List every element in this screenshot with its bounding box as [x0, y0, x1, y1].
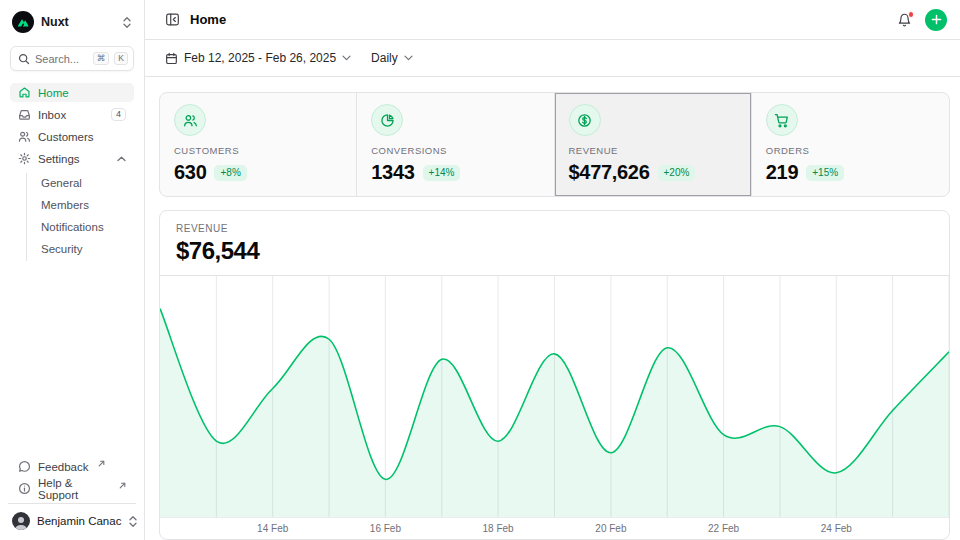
page-title: Home	[190, 12, 226, 27]
user-menu[interactable]: Benjamin Canac	[8, 503, 136, 534]
info-circle-icon	[18, 482, 31, 495]
chart-pie-icon	[380, 113, 395, 128]
users-icon	[183, 113, 198, 128]
kbd-meta: ⌘	[93, 52, 110, 66]
calendar-icon	[165, 52, 178, 65]
date-range-picker[interactable]: Feb 12, 2025 - Feb 26, 2025	[165, 51, 351, 65]
inbox-icon	[18, 108, 31, 121]
workspace-selector[interactable]: Nuxt	[10, 10, 134, 34]
stat-value: 219	[766, 161, 798, 184]
sidebar-footer: Feedback Help & Support Benjamin Canac	[10, 457, 134, 534]
stat-delta-badge: +15%	[806, 165, 844, 181]
sidebar-item-label: Customers	[38, 131, 94, 143]
date-range-label: Feb 12, 2025 - Feb 26, 2025	[184, 51, 336, 65]
chart-x-axis: 14 Feb16 Feb18 Feb20 Feb22 Feb24 Feb	[160, 518, 949, 539]
chart-header: REVENUE $76,544	[160, 211, 949, 276]
x-axis-tick: 14 Feb	[257, 523, 288, 534]
sidebar: Nuxt Search... ⌘ K Home	[0, 0, 145, 540]
sidebar-item-feedback[interactable]: Feedback	[10, 457, 134, 476]
chevron-down-icon	[342, 55, 351, 61]
sidebar-item-general[interactable]: General	[27, 173, 134, 192]
nuxt-logo-icon	[12, 11, 34, 33]
search-input[interactable]: Search... ⌘ K	[10, 46, 134, 71]
stat-card-conversions[interactable]: CONVERSIONS 1343 +14%	[357, 93, 554, 196]
sidebar-item-label: Help & Support	[38, 477, 110, 501]
sidebar-item-inbox[interactable]: Inbox 4	[10, 105, 134, 124]
external-link-icon	[98, 460, 105, 467]
x-axis-tick: 22 Feb	[708, 523, 739, 534]
sidebar-item-settings[interactable]: Settings	[10, 149, 134, 168]
sidebar-item-security[interactable]: Security	[27, 239, 134, 258]
period-select[interactable]: Daily	[371, 51, 413, 65]
x-axis-tick: 20 Feb	[595, 523, 626, 534]
period-label: Daily	[371, 51, 398, 65]
stat-label: REVENUE	[569, 145, 737, 156]
sidebar-item-members[interactable]: Members	[27, 195, 134, 214]
stats-row: CUSTOMERS 630 +8% CONVERSIONS 1343 +14%	[159, 92, 950, 197]
sidebar-item-label: Home	[38, 87, 69, 99]
stat-value: 1343	[371, 161, 414, 184]
stat-card-customers[interactable]: CUSTOMERS 630 +8%	[160, 93, 357, 196]
filters-toolbar: Feb 12, 2025 - Feb 26, 2025 Daily	[145, 40, 960, 77]
gear-icon	[18, 152, 31, 165]
sidebar-item-label: Feedback	[38, 461, 89, 473]
revenue-area-chart[interactable]	[160, 276, 949, 518]
sidebar-item-label: Inbox	[38, 109, 66, 121]
message-bubble-icon	[18, 460, 31, 473]
submenu-label: Members	[41, 199, 89, 211]
inbox-badge: 4	[111, 108, 126, 122]
avatar	[12, 512, 30, 530]
sidebar-item-label: Settings	[38, 153, 80, 165]
stat-card-revenue[interactable]: REVENUE $477,626 +20%	[555, 93, 752, 196]
stat-label: CONVERSIONS	[371, 145, 539, 156]
submenu-label: Security	[41, 243, 83, 255]
chevron-down-icon	[404, 55, 413, 61]
main-panel: Home Feb 12, 2025 - Feb 26, 2025	[145, 0, 960, 540]
home-icon	[18, 86, 31, 99]
sidebar-nav: Home Inbox 4 Customers Settings	[10, 83, 134, 263]
sidebar-item-customers[interactable]: Customers	[10, 127, 134, 146]
stat-delta-badge: +14%	[423, 165, 461, 181]
stat-card-orders[interactable]: ORDERS 219 +15%	[752, 93, 949, 196]
search-icon	[18, 53, 30, 65]
sidebar-item-home[interactable]: Home	[10, 83, 134, 102]
stat-label: ORDERS	[766, 145, 935, 156]
stat-value: $477,626	[569, 161, 650, 184]
user-name: Benjamin Canac	[37, 515, 121, 527]
stat-delta-badge: +8%	[214, 165, 246, 181]
x-axis-tick: 18 Feb	[483, 523, 514, 534]
external-link-icon	[119, 482, 126, 489]
notifications-bell-icon[interactable]	[897, 12, 912, 27]
sidebar-item-help-support[interactable]: Help & Support	[10, 479, 134, 498]
notification-dot	[908, 11, 915, 18]
workspace-name: Nuxt	[41, 15, 115, 29]
app-window: Nuxt Search... ⌘ K Home	[0, 0, 960, 540]
search-placeholder: Search...	[35, 53, 88, 65]
dashboard-content: CUSTOMERS 630 +8% CONVERSIONS 1343 +14%	[145, 77, 960, 540]
x-axis-tick: 24 Feb	[821, 523, 852, 534]
sidebar-item-notifications[interactable]: Notifications	[27, 217, 134, 236]
x-axis-tick: 16 Feb	[370, 523, 401, 534]
users-icon	[18, 130, 31, 143]
settings-submenu: General Members Notifications Security	[26, 173, 134, 261]
page-header: Home	[145, 0, 960, 40]
chevron-up-down-icon	[122, 16, 132, 29]
add-button[interactable]	[925, 9, 947, 31]
kbd-k: K	[114, 52, 128, 66]
sidebar-collapse-icon[interactable]	[165, 12, 180, 27]
cart-icon	[774, 113, 789, 128]
stat-value: 630	[174, 161, 206, 184]
submenu-label: General	[41, 177, 82, 189]
dollar-circle-icon	[577, 113, 592, 128]
chart-metric-label: REVENUE	[176, 223, 933, 234]
submenu-label: Notifications	[41, 221, 104, 233]
stat-delta-badge: +20%	[658, 165, 696, 181]
chevron-up-down-icon	[128, 515, 138, 528]
chevron-up-icon	[117, 156, 126, 162]
stat-label: CUSTOMERS	[174, 145, 342, 156]
revenue-chart-card: REVENUE $76,544 14 Feb16 Feb18 Feb20 Feb…	[159, 210, 950, 540]
chart-metric-value: $76,544	[176, 237, 933, 265]
